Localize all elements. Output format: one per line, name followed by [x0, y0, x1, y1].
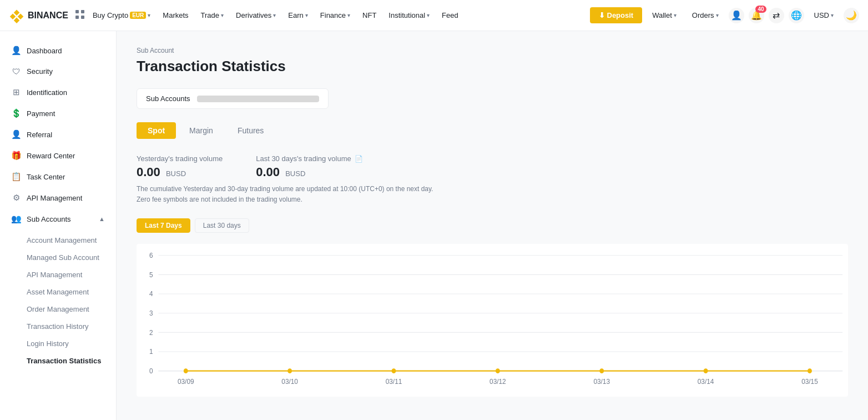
api-icon: ⚙ [11, 193, 21, 203]
last30-value: 0.00 BUSD [256, 165, 363, 179]
svg-text:03/15: 03/15 [801, 378, 818, 386]
nav-buy-crypto[interactable]: Buy Crypto EUR ▾ [87, 8, 156, 23]
nav-feed[interactable]: Feed [436, 8, 464, 23]
svg-marker-2 [18, 13, 24, 19]
svg-text:03/12: 03/12 [489, 378, 506, 386]
dashboard-icon: 👤 [11, 46, 21, 56]
yesterday-label: Yesterday's trading volume [137, 154, 223, 163]
referral-icon: 👤 [11, 129, 21, 139]
svg-rect-5 [81, 10, 84, 13]
sidebar-item-login-history[interactable]: Login History [0, 335, 116, 352]
page-title: Transaction Statistics [137, 58, 848, 75]
tab-futures[interactable]: Futures [226, 122, 275, 139]
stats-row: Yesterday's trading volume 0.00 BUSD Las… [137, 154, 848, 179]
notifications-icon[interactable]: 🔔 40 [749, 8, 764, 23]
sidebar-item-managed-sub-account[interactable]: Managed Sub Account [0, 249, 116, 266]
svg-text:3: 3 [149, 309, 153, 318]
filter-last7-button[interactable]: Last 7 Days [137, 218, 190, 233]
sidebar-item-payment[interactable]: 💲 Payment [0, 103, 116, 124]
orders-button[interactable]: Orders ▾ [687, 8, 724, 23]
sidebar-item-reward-center[interactable]: 🎁 Reward Center [0, 145, 116, 166]
svg-point-29 [808, 369, 812, 374]
nav-markets[interactable]: Markets [157, 8, 194, 23]
theme-toggle[interactable]: 🌙 [844, 8, 859, 23]
grid-icon[interactable] [75, 9, 85, 21]
tab-spot[interactable]: Spot [137, 122, 176, 139]
transfer-icon[interactable]: ⇄ [769, 8, 784, 23]
nav-nft[interactable]: NFT [357, 8, 382, 23]
sidebar-sub-accounts-header[interactable]: 👥 Sub Accounts ▲ [0, 208, 116, 229]
svg-text:4: 4 [149, 290, 153, 298]
nav-derivatives[interactable]: Derivatives▾ [230, 8, 281, 23]
svg-rect-6 [75, 16, 79, 19]
tab-margin[interactable]: Margin [178, 122, 224, 139]
filter-last30-button[interactable]: Last 30 days [195, 218, 249, 233]
date-filter-row: Last 7 Days Last 30 days [137, 218, 848, 233]
sidebar-item-task-center[interactable]: 📋 Task Center [0, 166, 116, 187]
sidebar-item-sub-api-management[interactable]: API Management [0, 266, 116, 283]
currency-selector[interactable]: USD ▾ [809, 8, 839, 23]
nav-earn[interactable]: Earn▾ [282, 8, 313, 23]
sub-accounts-value[interactable] [197, 96, 319, 102]
global-icon[interactable]: 🌐 [789, 8, 804, 23]
nav-institutional[interactable]: Institutional▾ [383, 8, 435, 23]
payment-icon: 💲 [11, 108, 21, 118]
nav-links: Buy Crypto EUR ▾ Markets Trade▾ Derivati… [87, 8, 590, 23]
sub-accounts-label: Sub Accounts [146, 94, 190, 103]
sidebar-item-identification[interactable]: ⊞ Identification [0, 82, 116, 103]
svg-point-27 [599, 369, 604, 374]
nav-finance[interactable]: Finance▾ [315, 8, 356, 23]
identification-icon: ⊞ [11, 87, 21, 97]
nav-trade[interactable]: Trade▾ [195, 8, 229, 23]
svg-text:03/10: 03/10 [281, 378, 298, 386]
svg-point-23 [184, 369, 188, 374]
svg-point-24 [287, 369, 292, 374]
svg-marker-1 [10, 13, 16, 19]
svg-rect-4 [75, 10, 79, 13]
brand-name: BINANCE [28, 11, 68, 21]
sidebar: 👤 Dashboard 🛡 Security ⊞ Identification … [0, 31, 117, 420]
svg-text:6: 6 [149, 252, 153, 260]
stats-note: The cumulative Yesterday and 30-day trad… [137, 184, 848, 205]
svg-point-26 [496, 369, 500, 374]
sidebar-item-referral[interactable]: 👤 Referral [0, 124, 116, 145]
sidebar-item-security[interactable]: 🛡 Security [0, 61, 116, 82]
svg-marker-0 [14, 9, 20, 16]
breadcrumb: Sub Account [137, 47, 848, 54]
svg-point-25 [392, 369, 396, 374]
svg-text:2: 2 [149, 329, 153, 337]
logo[interactable]: BINANCE [9, 8, 68, 23]
sidebar-item-transaction-history[interactable]: Transaction History [0, 318, 116, 335]
svg-point-28 [704, 369, 708, 374]
sidebar-item-asset-management[interactable]: Asset Management [0, 283, 116, 301]
wallet-button[interactable]: Wallet ▾ [647, 8, 682, 23]
sidebar-item-account-management[interactable]: Account Management [0, 232, 116, 249]
deposit-button[interactable]: ⬇ Deposit [590, 7, 642, 23]
svg-marker-3 [14, 17, 20, 23]
main-content: Sub Account Transaction Statistics Sub A… [117, 31, 868, 420]
sidebar-item-transaction-statistics[interactable]: Transaction Statistics [0, 352, 116, 369]
svg-text:03/09: 03/09 [178, 378, 194, 386]
svg-text:1: 1 [149, 348, 153, 356]
chart-container: 0 1 2 3 4 5 6 03/09 [137, 244, 848, 397]
profile-icon[interactable]: 👤 [729, 8, 744, 23]
tabs-row: Spot Margin Futures [137, 122, 848, 139]
sub-accounts-row: Sub Accounts [137, 88, 329, 109]
topnav-right: ⬇ Deposit Wallet ▾ Orders ▾ 👤 🔔 40 ⇄ 🌐 U… [590, 7, 859, 23]
last30-label: Last 30 days's trading volume 📄 [256, 154, 363, 163]
svg-text:0: 0 [149, 367, 153, 376]
security-icon: 🛡 [11, 67, 21, 76]
sidebar-item-api-management[interactable]: ⚙ API Management [0, 187, 116, 208]
yesterday-value: 0.00 BUSD [137, 165, 223, 179]
svg-text:03/13: 03/13 [593, 378, 610, 386]
svg-rect-7 [81, 16, 84, 19]
layout: 👤 Dashboard 🛡 Security ⊞ Identification … [0, 31, 868, 420]
sidebar-item-dashboard[interactable]: 👤 Dashboard [0, 40, 116, 61]
svg-text:03/11: 03/11 [386, 378, 402, 386]
sub-accounts-icon: 👥 [11, 214, 21, 224]
chart-svg: 0 1 2 3 4 5 6 03/09 [137, 251, 848, 395]
sidebar-item-order-management[interactable]: Order Management [0, 301, 116, 318]
yesterday-stat: Yesterday's trading volume 0.00 BUSD [137, 154, 223, 179]
last30-stat: Last 30 days's trading volume 📄 0.00 BUS… [256, 154, 363, 179]
chevron-up-icon: ▲ [99, 216, 105, 222]
